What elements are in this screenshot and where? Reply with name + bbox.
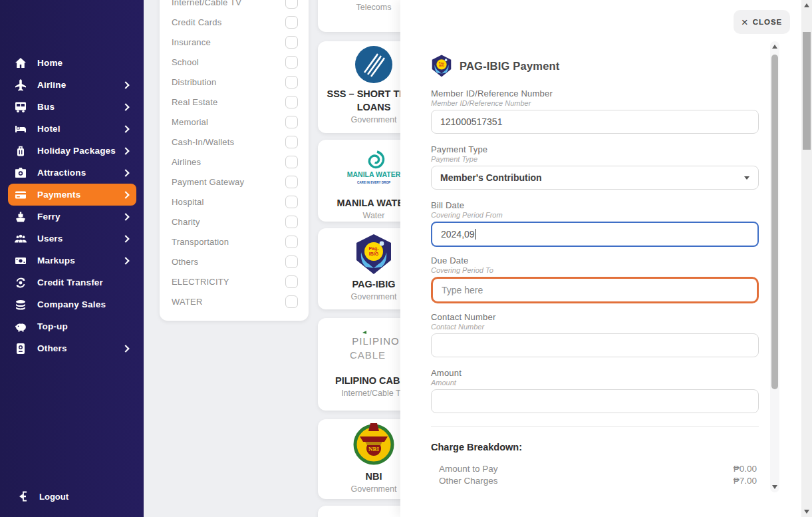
close-button[interactable]: × CLOSE — [734, 10, 790, 34]
sidebar-item-hotel[interactable]: Hotel — [8, 118, 136, 140]
sidebar-item-top-up[interactable]: Top-up — [8, 315, 136, 337]
chevron-right-icon — [122, 125, 129, 132]
checkbox[interactable] — [285, 96, 298, 108]
svg-text:CABLE: CABLE — [350, 349, 386, 361]
checkbox[interactable] — [285, 236, 298, 248]
filter-item-airlines[interactable]: Airlines — [172, 152, 298, 172]
checkbox[interactable] — [285, 76, 298, 88]
modal-scrollbar-thumb[interactable] — [771, 55, 778, 389]
checkbox[interactable] — [285, 136, 298, 148]
filter-item-memorial[interactable]: Memorial — [172, 112, 298, 132]
sidebar-item-label: Airline — [37, 80, 66, 90]
camera-icon — [15, 167, 27, 179]
sidebar-item-airline[interactable]: Airline — [8, 74, 136, 96]
sidebar-item-label: Payments — [37, 190, 80, 200]
sidebar-item-markups[interactable]: Markups — [8, 250, 136, 271]
member-id-input[interactable] — [431, 110, 759, 134]
field-sublabel: Amount — [431, 379, 759, 387]
checkbox[interactable] — [285, 216, 298, 228]
filter-item-charity[interactable]: Charity — [172, 212, 298, 232]
checkbox[interactable] — [285, 0, 298, 9]
checkbox[interactable] — [285, 295, 298, 308]
filter-item-electricity[interactable]: ELECTRICITY — [172, 271, 298, 291]
filter-item-credit-cards[interactable]: Credit Cards — [172, 12, 298, 32]
contact-number-input[interactable] — [431, 333, 759, 357]
amount-to-pay-value: ₱0.00 — [734, 464, 757, 474]
filter-item-transportation[interactable]: Transportation — [172, 232, 298, 252]
sidebar-item-others[interactable]: Others — [8, 337, 136, 359]
sidebar-item-company-sales[interactable]: Company Sales — [8, 293, 136, 315]
pagibig-payment-modal: × CLOSE Pag- IBIG PAG-IBIG Payment Membe… — [400, 0, 812, 517]
filter-item-hospital[interactable]: Hospital — [172, 192, 298, 212]
divider — [431, 427, 759, 427]
modal-scrollbar[interactable] — [770, 41, 779, 492]
bill-date-input[interactable]: 2024,09 — [431, 222, 759, 247]
checkbox[interactable] — [285, 56, 298, 69]
sidebar-item-users[interactable]: Users — [8, 228, 136, 250]
logout-icon — [19, 490, 31, 502]
svg-text:PILIPINO: PILIPINO — [352, 335, 399, 347]
sidebar-item-holiday-packages[interactable]: Holiday Packages — [8, 140, 136, 162]
checkbox[interactable] — [285, 156, 298, 168]
field-sublabel: Covering Period To — [431, 266, 759, 274]
svg-text:IBIG: IBIG — [369, 252, 379, 256]
filter-item-real-estate[interactable]: Real Estate — [172, 92, 298, 112]
filter-item-internet-cable-tv[interactable]: Internet/Cable TV — [172, 0, 298, 12]
sidebar-item-label: Credit Transfer — [37, 277, 103, 287]
sidebar-item-attractions[interactable]: Attractions — [8, 162, 136, 184]
field-sublabel: Contact Number — [431, 323, 759, 331]
checkbox[interactable] — [285, 176, 298, 188]
sidebar-item-credit-transfer[interactable]: Credit Transfer — [8, 271, 136, 293]
dropdown-arrow-icon — [744, 176, 749, 180]
page-scrollbar[interactable] — [801, 0, 812, 517]
svg-text:NBI: NBI — [368, 446, 380, 452]
coins-icon — [15, 299, 27, 311]
scroll-down-icon[interactable] — [804, 510, 809, 514]
checkbox[interactable] — [285, 36, 298, 49]
credit-card-icon — [15, 189, 27, 201]
sidebar-item-ferry[interactable]: Ferry — [8, 206, 136, 228]
sidebar-item-home[interactable]: Home — [8, 52, 136, 74]
checkbox[interactable] — [285, 275, 298, 288]
sidebar-item-label: Home — [37, 58, 63, 68]
scroll-up-icon[interactable] — [772, 45, 777, 49]
payment-type-select[interactable]: Member's Contribution — [431, 166, 759, 190]
checkbox[interactable] — [285, 116, 298, 128]
chevron-right-icon — [122, 169, 129, 176]
sidebar-nav: Home Airline Bus Hotel Holiday Packages … — [0, 52, 144, 359]
charge-row-other-charges: Other Charges ₱7.00 — [439, 476, 757, 486]
page-scrollbar-thumb[interactable] — [803, 32, 811, 150]
sidebar-item-bus[interactable]: Bus — [8, 96, 136, 118]
checkbox[interactable] — [285, 16, 298, 29]
sidebar-item-payments[interactable]: Payments — [8, 184, 136, 206]
scroll-up-icon[interactable] — [804, 3, 809, 7]
close-icon: × — [742, 17, 748, 28]
pilipino-cable-logo: PILIPINO CABLE — [337, 330, 410, 365]
sidebar-item-label: Markups — [37, 256, 75, 265]
field-label: Bill Date — [431, 200, 759, 210]
field-sublabel: Payment Type — [431, 155, 759, 163]
scroll-down-icon[interactable] — [772, 485, 777, 489]
charge-breakdown-title: Charge Breakdown: — [431, 442, 522, 452]
checkbox[interactable] — [285, 196, 298, 208]
logout-label: Logout — [39, 492, 68, 502]
chevron-right-icon — [122, 213, 129, 220]
filter-item-water[interactable]: WATER — [172, 291, 298, 311]
checkbox[interactable] — [285, 256, 298, 268]
transfer-icon — [15, 277, 27, 289]
home-icon — [15, 57, 27, 69]
field-label: Amount — [431, 368, 759, 378]
sidebar-item-label: Company Sales — [37, 299, 106, 309]
field-label: Payment Type — [431, 144, 759, 154]
logout-button[interactable]: Logout — [0, 487, 68, 506]
amount-input[interactable] — [431, 389, 759, 413]
filter-item-cash-in-wallets[interactable]: Cash-In/Wallets — [172, 132, 298, 152]
filter-item-insurance[interactable]: Insurance — [172, 32, 298, 52]
due-date-input[interactable] — [431, 277, 759, 303]
filter-item-school[interactable]: School — [172, 52, 298, 72]
sidebar-item-label: Hotel — [37, 124, 61, 134]
filter-item-others[interactable]: Others — [172, 252, 298, 271]
filter-item-distribution[interactable]: Distribution — [172, 72, 298, 92]
filter-item-payment-gateway[interactable]: Payment Gateway — [172, 172, 298, 192]
text-caret — [475, 229, 477, 240]
